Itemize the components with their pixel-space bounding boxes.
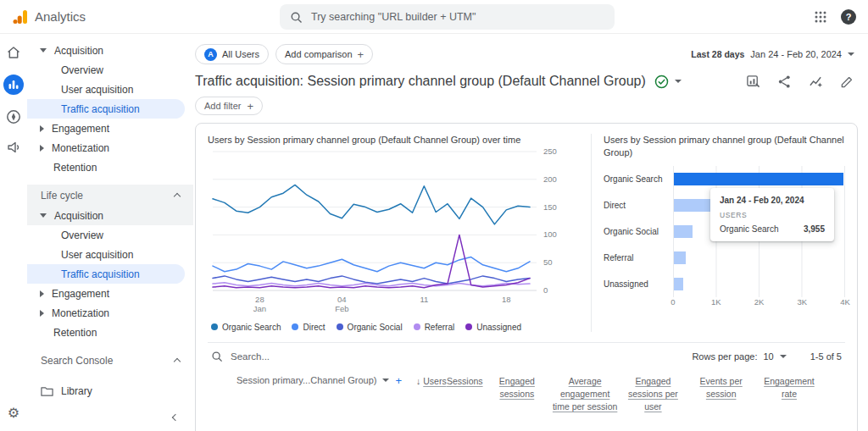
bar-organic-social[interactable] <box>674 225 693 238</box>
nav-item-overview[interactable]: Overview <box>27 225 193 245</box>
bar-direct[interactable] <box>674 199 712 212</box>
sidebar-nav: AcquisitionOverviewUser acquisitionTraff… <box>27 34 193 431</box>
analytics-logo[interactable]: Analytics <box>12 8 86 25</box>
add-filter-button[interactable]: Add filter + <box>195 97 263 115</box>
nav-item-overview[interactable]: Overview <box>27 60 193 80</box>
legend-label: Direct <box>303 323 325 332</box>
nav-section-label: Engagement <box>52 288 109 300</box>
line-series-direct <box>213 257 530 271</box>
add-comparison-chip[interactable]: Add comparison + <box>275 44 373 64</box>
share-icon[interactable] <box>777 75 792 89</box>
rows-per-page-select[interactable]: 10 <box>763 351 773 362</box>
chevron-down-icon[interactable] <box>780 355 787 358</box>
admin-gear-icon[interactable]: ⚙ <box>8 405 19 421</box>
folder-icon <box>41 386 53 397</box>
table-header-row: Session primary...Channel Group) + ↓User… <box>208 375 845 414</box>
nav-item-traffic-acquisition[interactable]: Traffic acquisition <box>27 264 185 284</box>
triangle-right-icon <box>40 145 44 152</box>
column-header-label: Sessions <box>447 376 483 386</box>
nav-section-engagement[interactable]: Engagement <box>27 119 193 138</box>
plus-icon: + <box>247 101 253 112</box>
legend-item-organic-social[interactable]: Organic Social <box>337 323 403 332</box>
nav-item-user-acquisition[interactable]: User acquisition <box>27 80 193 99</box>
title-dropdown-icon[interactable] <box>675 80 682 83</box>
users-over-time-line-chart[interactable]: 05010015020025028Jan04Feb1118 <box>208 146 572 316</box>
table-search-icon[interactable] <box>211 351 223 362</box>
explore-icon[interactable] <box>5 108 22 125</box>
svg-text:50: 50 <box>543 257 553 267</box>
edit-pencil-icon[interactable] <box>840 75 854 89</box>
column-header-label: Users <box>423 376 446 386</box>
bar-referral[interactable] <box>674 251 686 264</box>
global-search-input[interactable]: Try searching "URL builder + UTM" <box>280 4 615 30</box>
dimension-column-header[interactable]: Session primary...Channel Group) + <box>236 375 403 386</box>
nav-item-traffic-acquisition[interactable]: Traffic acquisition <box>27 99 185 119</box>
bar-organic-search[interactable] <box>674 173 843 185</box>
legend-item-direct[interactable]: Direct <box>292 323 325 332</box>
column-header-engaged-sessions[interactable]: Engaged sessions <box>483 375 551 414</box>
nav-item-user-acquisition[interactable]: User acquisition <box>27 245 193 264</box>
svg-text:18: 18 <box>502 295 511 304</box>
chevron-up-icon <box>174 358 181 365</box>
search-icon <box>290 11 303 24</box>
legend-dot-icon <box>292 323 298 330</box>
column-header-engaged-sessions-per-user[interactable]: Engaged sessions per user <box>619 375 687 414</box>
insights-icon[interactable] <box>809 75 823 89</box>
tooltip-date: Jan 24 - Feb 20, 2024 <box>720 196 825 205</box>
legend-dot-icon <box>211 323 218 330</box>
nav-section-acquisition[interactable]: Acquisition <box>27 206 193 225</box>
nav-collection-search-console[interactable]: Search Console <box>27 350 193 371</box>
data-quality-icon[interactable] <box>654 75 669 89</box>
column-header-users[interactable]: ↓Users <box>416 375 447 414</box>
nav-item-library[interactable]: Library <box>27 381 193 401</box>
legend-item-unassigned[interactable]: Unassigned <box>465 323 521 332</box>
nav-collection-life-cycle[interactable]: Life cycle <box>27 185 193 206</box>
pagination-range: 1-5 of 5 <box>810 351 842 362</box>
collapse-sidebar-button[interactable] <box>173 411 178 423</box>
legend-item-organic-search[interactable]: Organic Search <box>211 323 281 332</box>
date-range-picker[interactable]: Last 28 days Jan 24 - Feb 20, 2024 <box>691 49 854 59</box>
nav-item-retention[interactable]: Retention <box>27 323 193 342</box>
apps-grid-icon[interactable] <box>814 10 827 24</box>
bar-unassigned[interactable] <box>674 278 683 290</box>
nav-section-label: Acquisition <box>54 45 103 57</box>
nav-section-monetization[interactable]: Monetization <box>27 303 193 323</box>
help-icon[interactable]: ? <box>841 9 856 25</box>
add-dimension-icon[interactable]: + <box>395 375 402 386</box>
svg-text:0: 0 <box>543 285 548 295</box>
triangle-down-icon <box>40 213 47 218</box>
nav-section-acquisition[interactable]: Acquisition <box>27 41 193 60</box>
x-axis-tick: 4K <box>840 297 850 307</box>
line-chart-title: Users by Session primary channel group (… <box>208 134 584 146</box>
nav-item-label: Traffic acquisition <box>61 268 140 280</box>
column-header-engagement-rate[interactable]: Engagement rate <box>755 375 823 414</box>
all-users-chip[interactable]: A All Users <box>195 44 269 64</box>
line-chart-panel: Users by Session primary channel group (… <box>208 134 584 332</box>
tooltip-metric-label: USERS <box>720 211 825 219</box>
nav-section-engagement[interactable]: Engagement <box>27 284 193 303</box>
nav-collection-label: Life cycle <box>41 190 83 202</box>
column-header-label: Events per session <box>700 376 743 399</box>
customize-report-icon[interactable] <box>746 75 760 89</box>
tooltip-value: 3,955 <box>804 224 825 234</box>
column-header-events-per-session[interactable]: Events per session <box>687 375 755 414</box>
advertising-icon[interactable] <box>5 139 22 156</box>
ga-logo-icon <box>12 8 29 25</box>
nav-rail: ⚙ <box>0 34 27 431</box>
chart-legend: Organic SearchDirectOrganic SocialReferr… <box>208 323 584 332</box>
nav-item-retention[interactable]: Retention <box>27 157 193 177</box>
add-filter-label: Add filter <box>204 101 241 111</box>
sort-desc-icon: ↓ <box>416 376 420 386</box>
nav-item-label: Overview <box>61 64 103 76</box>
column-header-sessions[interactable]: Sessions <box>447 375 483 414</box>
svg-text:100: 100 <box>543 229 557 239</box>
reports-icon-active[interactable] <box>3 75 24 95</box>
svg-text:Jan: Jan <box>253 304 266 313</box>
column-header-average-engagement-time-per-session[interactable]: Average engagement time per session <box>551 375 619 414</box>
line-series-organic-social <box>213 276 530 284</box>
table-search-input[interactable]: Search... <box>231 351 270 362</box>
plus-icon: + <box>358 49 364 60</box>
legend-item-referral[interactable]: Referral <box>414 323 455 332</box>
home-icon[interactable] <box>5 44 22 61</box>
nav-section-monetization[interactable]: Monetization <box>27 138 193 157</box>
